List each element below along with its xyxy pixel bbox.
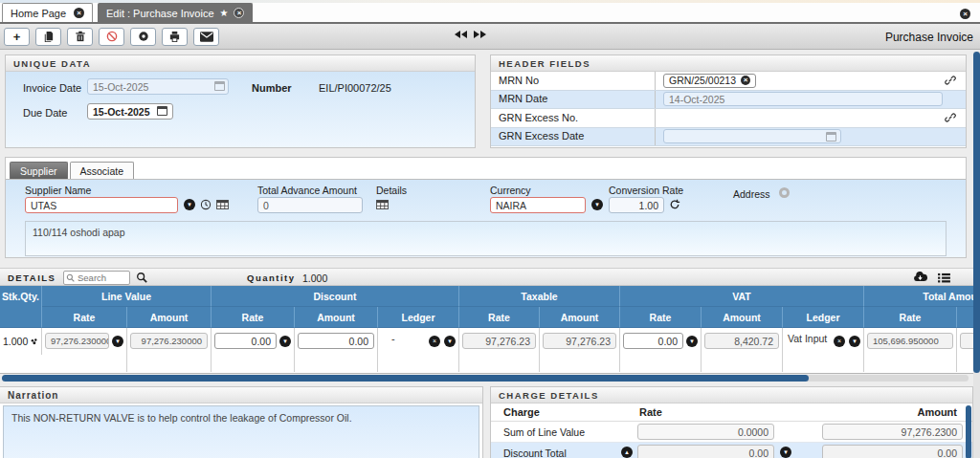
mrn-no-chip[interactable]: GRN/25/00213 × (663, 74, 756, 88)
calendar-icon (826, 132, 836, 142)
tab-edit-purchase-invoice[interactable]: Edit : Purchase Invoice ★ × (98, 3, 253, 22)
details-table-icon[interactable] (376, 200, 389, 209)
supplier-dropdown-icon[interactable]: ▾ (184, 199, 195, 210)
discount-amount-input[interactable]: 0.00 (298, 333, 374, 349)
print-button[interactable] (162, 28, 188, 46)
charge-amount-input[interactable]: 0.00 (822, 445, 963, 458)
email-button[interactable] (193, 28, 219, 46)
supplier-table-icon[interactable] (216, 200, 229, 209)
tab-edit-label: Edit : Purchase Invoice (106, 8, 214, 19)
search-icon (66, 273, 75, 282)
supplier-tabs: Supplier Associate (6, 158, 966, 179)
previous-record-icon[interactable] (454, 30, 467, 39)
batch-icon[interactable] (31, 337, 38, 347)
search-button[interactable] (136, 272, 147, 283)
col-line-rate[interactable]: Rate (42, 307, 127, 328)
horizontal-scrollbar[interactable] (2, 375, 969, 382)
total-amount-input[interactable] (960, 333, 973, 349)
discount-rate-dropdown-icon[interactable]: ▾ (279, 336, 291, 347)
col-stk-qty[interactable]: Stk.Qty. (0, 286, 42, 307)
vat-rate-dropdown-icon[interactable]: ▾ (686, 336, 698, 347)
link-icon[interactable] (945, 75, 956, 88)
col-discount-ledger[interactable]: Ledger (378, 307, 459, 328)
close-tab-icon[interactable]: × (74, 8, 84, 18)
charge-scrollbar-thumb[interactable] (966, 405, 971, 458)
line-rate-dropdown-icon[interactable]: ▾ (112, 336, 123, 347)
vat-rate-input[interactable]: 0.00 (623, 333, 683, 349)
refresh-icon[interactable] (669, 199, 680, 210)
unique-data-title: UNIQUE DATA (6, 55, 475, 72)
supplier-address-textarea[interactable]: 110/114 oshodi apap (25, 221, 947, 256)
charge-rate-input[interactable]: 0.00 (637, 445, 774, 458)
line-rate-input[interactable]: 97,276.230000 (45, 333, 109, 349)
expand-up-icon[interactable]: ▴ (621, 447, 633, 458)
total-advance-input: 0 (257, 197, 363, 213)
currency-input[interactable]: NAIRA (490, 197, 586, 213)
copy-button[interactable] (35, 28, 61, 46)
delete-button[interactable] (67, 28, 93, 46)
unique-data-body: Invoice Date 15-Oct-2025 Number EIL/PI00… (6, 72, 475, 148)
details-bar: DETAILS Quantity 1.000 (0, 268, 973, 286)
clear-ledger-icon[interactable]: × (429, 336, 440, 347)
col-total-rate[interactable]: Rate (864, 307, 957, 328)
discount-rate-input[interactable]: 0.00 (214, 333, 277, 349)
currency-dropdown-icon[interactable]: ▾ (591, 199, 603, 210)
tab-bar: Home Page × Edit : Purchase Invoice ★ × … (0, 3, 980, 24)
vertical-scrollbar-thumb[interactable] (973, 52, 980, 373)
charge-rate-input[interactable]: 0.0000 (637, 424, 774, 440)
close-all-tabs-icon[interactable]: × (960, 9, 970, 19)
mrn-date-field: 14-Oct-2025 (663, 92, 943, 106)
cancel-button[interactable] (99, 28, 124, 46)
record-button[interactable] (130, 28, 156, 46)
vertical-scrollbar[interactable] (973, 52, 980, 458)
add-button[interactable]: + (4, 28, 30, 46)
address-icon[interactable] (779, 187, 790, 198)
charge-amount-input[interactable]: 97,276.2300 (822, 424, 963, 440)
link-icon[interactable] (945, 112, 956, 125)
header-fields-panel: HEADER FIELDS MRN No GRN/25/00213 × MRN … (490, 55, 967, 148)
history-clock-icon[interactable] (200, 199, 212, 210)
col-taxable-rate[interactable]: Rate (459, 307, 540, 328)
col-discount-amount[interactable]: Amount (295, 307, 378, 328)
conversion-rate-label: Conversion Rate (609, 185, 683, 196)
tab-associate[interactable]: Associate (70, 162, 135, 179)
invoice-number-value: EIL/PI00072/25 (319, 82, 391, 94)
tab-home-label: Home Page (11, 8, 68, 19)
narration-textarea[interactable]: This NON-RETURN VALVE is to help control… (3, 405, 479, 458)
col-vat-ledger[interactable]: Ledger (783, 307, 864, 328)
list-view-icon[interactable] (938, 273, 950, 283)
col-spacer (957, 307, 973, 328)
total-rate-input[interactable]: 105,696.950000 (867, 333, 953, 349)
favorite-star-icon[interactable]: ★ (220, 8, 229, 18)
rate-col-header: Rate (639, 406, 662, 418)
next-record-icon[interactable] (474, 30, 487, 39)
tab-supplier[interactable]: Supplier (10, 162, 68, 179)
printer-icon (168, 31, 181, 43)
col-taxable-amount[interactable]: Amount (540, 307, 620, 328)
charge-row-discount-total: Discount Total ▴ 0.00 ▾ 0.00 (491, 443, 972, 458)
col-discount-rate[interactable]: Rate (212, 307, 295, 328)
col-group-taxable: Taxable (459, 286, 620, 307)
col-vat-rate[interactable]: Rate (620, 307, 702, 328)
line-amount-input[interactable]: 97,276.230000 (130, 333, 208, 349)
cloud-download-icon[interactable] (913, 272, 927, 282)
purchase-invoice-screen: Home Page × Edit : Purchase Invoice ★ × … (0, 0, 980, 458)
vat-ledger-dropdown-icon[interactable]: ▾ (849, 336, 860, 347)
supplier-name-input[interactable]: UTAS (25, 197, 178, 213)
tab-home-page[interactable]: Home Page × (2, 3, 93, 22)
charge-dropdown-icon[interactable]: ▾ (780, 447, 791, 458)
close-tab-icon[interactable]: × (234, 8, 244, 18)
remove-mrn-icon[interactable]: × (741, 76, 750, 85)
ledger-dropdown-icon[interactable]: ▾ (444, 336, 456, 347)
horizontal-scrollbar-thumb[interactable] (2, 375, 809, 382)
col-group-line-value: Line Value (42, 286, 212, 307)
grn-excess-date-label: GRN Excess Date (491, 128, 656, 146)
col-line-amount[interactable]: Amount (127, 307, 212, 328)
conversion-rate-input[interactable]: 1.00 (609, 197, 664, 213)
invoice-date-field[interactable]: 15-Oct-2025 (87, 78, 229, 95)
amount-col-header: Amount (917, 406, 957, 418)
charge-name: Sum of Line Value (503, 426, 585, 438)
clear-vat-ledger-icon[interactable]: × (834, 336, 845, 347)
calendar-icon[interactable] (157, 106, 167, 116)
col-vat-amount[interactable]: Amount (702, 307, 783, 328)
